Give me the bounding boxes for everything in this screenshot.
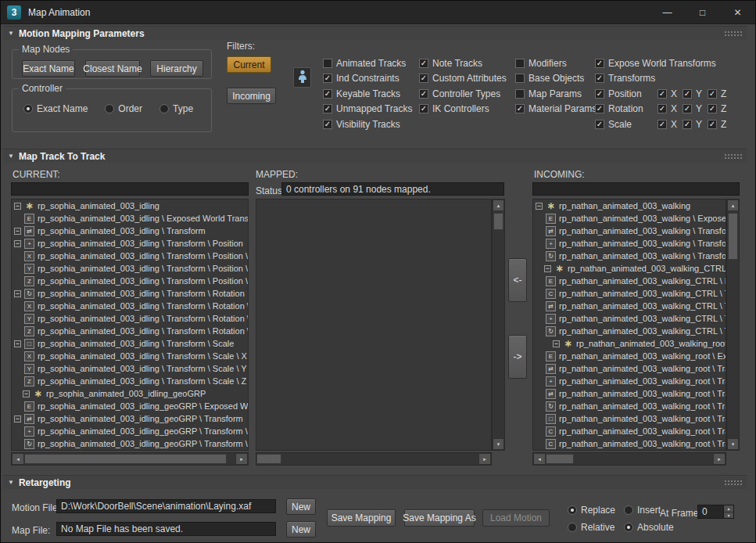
checkbox-box-icon[interactable]: ✓	[323, 74, 332, 83]
at-frame-value[interactable]: 0	[698, 505, 723, 518]
radio-absolute[interactable]: Absolute	[624, 522, 674, 533]
motion-file-new-button[interactable]: New	[286, 498, 316, 515]
tree-expander-icon[interactable]: −	[14, 203, 21, 210]
tree-row[interactable]: Zrp_sophia_animated_003_idling \ Transfo…	[12, 375, 248, 387]
tree-row[interactable]: Erp_sophia_animated_003_idling \ Exposed…	[12, 212, 248, 225]
maximize-icon[interactable]: □	[685, 1, 720, 23]
filter-incoming-button[interactable]: Incoming	[227, 88, 276, 104]
collapse-arrow-icon[interactable]: ▼	[8, 479, 14, 486]
checkbox-box-icon[interactable]: ✓	[657, 89, 667, 99]
checkbox-x[interactable]: ✓X	[657, 119, 683, 130]
tree-row[interactable]: +rp_nathan_animated_003_walking_CTRL \ T…	[533, 312, 726, 325]
scroll-right-icon[interactable]: ▸	[478, 453, 491, 465]
radio-relative[interactable]: Relative	[568, 522, 614, 533]
radio-insert[interactable]: Insert	[624, 505, 661, 516]
tree-row[interactable]: ⇄rp_nathan_animated_003_walking_root \ T…	[533, 387, 726, 400]
tree-row[interactable]: +rp_nathan_animated_003_walking_root \ T…	[533, 375, 726, 387]
checkbox-controller-types[interactable]: ✓Controller Types	[419, 86, 507, 102]
scroll-down-icon[interactable]: ▾	[727, 438, 739, 450]
radio-dot-icon[interactable]	[159, 104, 169, 113]
rollout-header-retargeting[interactable]: ▼ Retargeting	[3, 475, 747, 489]
tree-row[interactable]: ↻rp_nathan_animated_003_walking_root \ T…	[533, 400, 726, 412]
collapse-arrow-icon[interactable]: ▼	[8, 153, 14, 160]
checkbox-z[interactable]: ✓Z	[708, 119, 733, 130]
tree-row[interactable]: Xrp_sophia_animated_003_idling \ Transfo…	[12, 250, 248, 262]
checkbox-ik-controllers[interactable]: ✓IK Controllers	[419, 102, 507, 117]
checkbox-box-icon[interactable]: ✓	[683, 120, 692, 129]
scroll-thumb[interactable]	[493, 213, 503, 230]
checkbox-box-icon[interactable]	[515, 89, 525, 99]
mapped-horizontal-scrollbar[interactable]: ▸	[256, 452, 492, 466]
tree-row[interactable]: −∗rp_nathan_animated_003_walking_CTRL	[533, 262, 726, 275]
tree-row[interactable]: Erp_sophia_animated_003_idling_geoGRP \ …	[12, 400, 248, 412]
checkbox-box-icon[interactable]	[323, 59, 332, 68]
tree-row[interactable]: +rp_nathan_animated_003_walking \ Transf…	[533, 237, 726, 250]
radio-dot-icon[interactable]	[624, 523, 633, 532]
tree-row[interactable]: ↻rp_nathan_animated_003_walking_CTRL \ T…	[533, 325, 726, 337]
mapped-list[interactable]	[256, 199, 492, 451]
filter-current-button[interactable]: Current	[227, 56, 271, 73]
checkbox-box-icon[interactable]: ✓	[657, 104, 667, 113]
scroll-up-icon[interactable]: ▴	[727, 200, 739, 211]
current-horizontal-scrollbar[interactable]: ◂ ▸	[11, 452, 249, 466]
current-tree-list[interactable]: −∗rp_sophia_animated_003_idlingErp_sophi…	[11, 199, 249, 451]
checkbox-box-icon[interactable]: ✓	[657, 120, 667, 129]
scroll-right-icon[interactable]: ▸	[235, 453, 248, 465]
checkbox-expose-world-transforms[interactable]: ✓Expose World Transforms	[595, 56, 733, 71]
checkbox-box-icon[interactable]: ✓	[419, 104, 428, 113]
checkbox-ind-constraints[interactable]: ✓Ind Constraints	[323, 71, 412, 87]
save-mapping-button[interactable]: Save Mapping	[327, 509, 396, 527]
checkbox-box-icon[interactable]: ✓	[595, 89, 604, 99]
checkbox-box-icon[interactable]: ✓	[595, 120, 604, 129]
tree-row[interactable]: Xrp_sophia_animated_003_idling \ Transfo…	[12, 300, 248, 312]
checkbox-keyable-tracks[interactable]: ✓Keyable Tracks	[323, 86, 412, 102]
tree-expander-icon[interactable]: −	[544, 265, 551, 272]
map-track-right-button[interactable]: ->	[508, 335, 527, 379]
tree-expander-icon[interactable]: −	[14, 415, 21, 423]
spinner-down-icon[interactable]: ▾	[724, 512, 733, 519]
tree-expander-icon[interactable]: −	[23, 390, 30, 397]
tree-expander-icon[interactable]: −	[14, 228, 21, 235]
tree-row[interactable]: −□rp_sophia_animated_003_idling \ Transf…	[12, 337, 248, 350]
checkbox-box-icon[interactable]: ✓	[683, 104, 692, 113]
radio-dot-icon[interactable]	[568, 505, 577, 515]
checkbox-box-icon[interactable]	[515, 74, 525, 83]
radio-replace[interactable]: Replace	[568, 505, 615, 516]
map-file-field[interactable]: No Map File has been saved.	[56, 522, 276, 536]
tree-row[interactable]: −⇄rp_sophia_animated_003_idling \ Transf…	[12, 225, 248, 237]
scroll-track[interactable]	[24, 453, 235, 465]
at-frame-spinner[interactable]: 0 ▴ ▾	[697, 505, 734, 519]
checkbox-box-icon[interactable]: ✓	[323, 89, 332, 99]
character-filter-button[interactable]	[293, 67, 311, 88]
tree-row[interactable]: −∗rp_sophia_animated_003_idling	[12, 200, 248, 212]
checkbox-z[interactable]: ✓Z	[708, 103, 733, 114]
checkbox-animated-tracks[interactable]: Animated Tracks	[323, 56, 412, 71]
map-track-left-button[interactable]: <-	[508, 258, 527, 302]
tree-row[interactable]: −∗rp_nathan_animated_003_walking_root	[533, 337, 726, 350]
map-file-new-button[interactable]: New	[286, 521, 316, 538]
scroll-track[interactable]	[727, 211, 739, 438]
scroll-right-icon[interactable]: ▸	[713, 453, 726, 465]
hierarchy-button[interactable]: Hierarchy	[150, 60, 203, 77]
checkbox-transforms[interactable]: ✓Transforms	[595, 71, 733, 87]
checkbox-box-icon[interactable]: ✓	[419, 74, 428, 83]
radio-dot-icon[interactable]	[105, 104, 114, 113]
scroll-thumb[interactable]	[24, 454, 227, 464]
tree-row[interactable]: Erp_nathan_animated_003_walking_CTRL \ E…	[533, 275, 726, 287]
tree-row[interactable]: Crp_nathan_animated_003_walking_CTRL \ T…	[533, 287, 726, 300]
tree-row[interactable]: Yrp_sophia_animated_003_idling \ Transfo…	[12, 262, 248, 275]
checkbox-box-icon[interactable]: ✓	[708, 89, 717, 99]
close-icon[interactable]: ✕	[720, 1, 755, 23]
tree-row[interactable]: Zrp_sophia_animated_003_idling \ Transfo…	[12, 275, 248, 287]
checkbox-rotation[interactable]: ✓Rotation	[595, 103, 657, 114]
scroll-left-icon[interactable]: ◂	[533, 453, 546, 465]
tree-row[interactable]: Crp_nathan_animated_003_walking_root \ T…	[533, 425, 726, 437]
radio-dot-icon[interactable]	[23, 104, 33, 113]
tree-row[interactable]: ⇄rp_nathan_animated_003_walking_CTRL \ T…	[533, 300, 726, 312]
scroll-track[interactable]	[493, 211, 504, 438]
checkbox-box-icon[interactable]: ✓	[323, 104, 332, 113]
radio-type[interactable]: Type	[159, 103, 193, 114]
incoming-vertical-scrollbar[interactable]: ▴ ▾	[726, 199, 740, 451]
checkbox-base-objects[interactable]: Base Objects	[515, 71, 597, 87]
radio-dot-icon[interactable]	[568, 523, 577, 532]
